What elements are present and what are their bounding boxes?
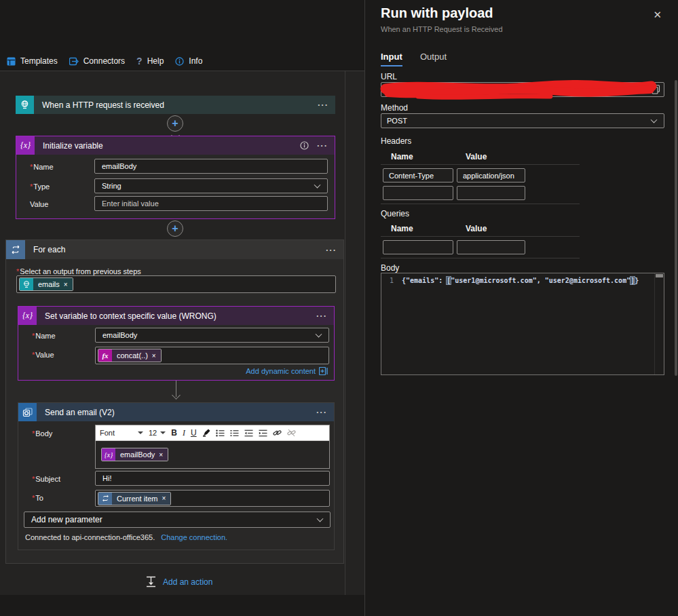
init-type-label: Type — [30, 182, 50, 191]
help-icon: ? — [136, 56, 143, 66]
rich-text-content[interactable]: {x} emailBody × — [96, 441, 329, 468]
templates-button[interactable]: Templates — [7, 56, 58, 66]
header-value-input[interactable]: application/json — [457, 168, 525, 182]
numbered-list-icon[interactable] — [230, 429, 239, 437]
remove-token-icon[interactable]: × — [162, 495, 166, 502]
initialize-variable-card[interactable]: {x} Initialize variable ··· Name emailBo… — [16, 136, 335, 219]
variable-icon: {x} — [18, 307, 37, 325]
connectors-label: Connectors — [83, 56, 125, 66]
query-name-input[interactable] — [383, 240, 453, 254]
info-button[interactable]: Info — [175, 56, 202, 66]
email-to-input[interactable]: Current item × — [95, 490, 330, 507]
header-name-input[interactable]: Content-Type — [383, 168, 453, 182]
trigger-card-http-request[interactable]: When a HTTP request is received ··· — [16, 96, 335, 114]
current-item-token[interactable]: Current item × — [98, 492, 171, 505]
panel-scrollbar[interactable] — [675, 80, 677, 376]
divider — [381, 236, 580, 237]
divider — [381, 204, 580, 204]
http-request-icon — [16, 96, 34, 114]
setvar-name-dropdown[interactable]: emailBody — [95, 328, 329, 343]
init-type-dropdown[interactable]: String — [94, 178, 328, 193]
flow-arrow-connector — [172, 381, 179, 398]
foreach-menu-button[interactable]: ··· — [326, 245, 343, 255]
editor-scroll-indicator — [656, 274, 663, 277]
headers-label: Headers — [381, 136, 411, 146]
init-name-label: Name — [30, 163, 54, 171]
info-icon — [175, 57, 184, 66]
bullet-list-icon[interactable] — [216, 429, 225, 437]
method-dropdown[interactable]: POST — [381, 113, 664, 128]
body-code-editor[interactable]: 1 {"emails": ["user1@microsoft.com", "us… — [381, 273, 664, 375]
set-variable-menu-button[interactable]: ··· — [316, 311, 334, 321]
header-value-input[interactable] — [457, 186, 525, 200]
foreach-output-input[interactable]: emails × — [16, 275, 336, 293]
link-icon[interactable] — [273, 429, 282, 437]
rich-text-editor[interactable]: Font 12 B I U — [95, 425, 330, 469]
insert-step-plus-icon[interactable]: + — [167, 115, 183, 132]
trigger-menu-button[interactable]: ··· — [318, 100, 335, 110]
emails-token[interactable]: emails × — [19, 277, 73, 291]
add-new-parameter-dropdown[interactable]: Add new parameter — [24, 512, 331, 528]
close-icon[interactable]: ✕ — [653, 9, 662, 21]
info-label: Info — [189, 56, 202, 66]
help-button[interactable]: ? Help — [136, 56, 164, 66]
send-email-card[interactable]: Send an email (V2) ··· Body Font 12 B I … — [18, 402, 335, 550]
tab-input[interactable]: Input — [381, 52, 402, 66]
insert-step-plus-icon[interactable]: + — [167, 220, 183, 237]
panel-subtitle: When an HTTP Request is Received — [381, 25, 503, 33]
email-to-label: To — [32, 494, 43, 502]
outdent-icon[interactable] — [244, 429, 253, 437]
url-label: URL — [381, 72, 397, 81]
email-subject-label: Subject — [32, 475, 60, 483]
http-request-icon — [20, 277, 33, 291]
font-size-dropdown[interactable]: 12 — [149, 429, 166, 437]
queries-label: Queries — [381, 209, 409, 218]
add-action-button[interactable]: Add an action — [145, 575, 212, 588]
remove-token-icon[interactable]: × — [152, 352, 156, 360]
concat-expression-token[interactable]: fx concat(..) × — [98, 349, 162, 362]
divider — [381, 164, 580, 165]
connectors-button[interactable]: Connectors — [69, 56, 125, 66]
change-connection-link[interactable]: Change connection. — [161, 533, 227, 541]
init-value-input[interactable]: Enter initial value — [94, 196, 328, 211]
emailbody-token[interactable]: {x} emailBody × — [101, 448, 168, 461]
queries-value-column: Value — [466, 224, 487, 233]
add-dynamic-content-icon — [319, 367, 328, 375]
indent-icon[interactable] — [259, 429, 267, 437]
font-family-dropdown[interactable]: Font — [100, 429, 143, 437]
set-variable-card[interactable]: {x} Set variable to context specific val… — [18, 306, 335, 381]
email-subject-input[interactable]: Hi! — [95, 471, 330, 486]
url-input[interactable] — [381, 82, 664, 97]
body-label: Body — [381, 263, 399, 273]
remove-token-icon[interactable]: × — [159, 451, 163, 459]
power-automate-designer: { "toolbar": { "templates": "Templates",… — [0, 0, 678, 616]
foreach-loop-icon — [98, 492, 112, 505]
foreach-title: For each — [25, 245, 326, 254]
help-label: Help — [147, 56, 164, 66]
add-dynamic-content-link[interactable]: Add dynamic content — [246, 367, 328, 375]
copy-icon[interactable] — [652, 85, 660, 94]
header-name-input[interactable] — [383, 186, 453, 200]
remove-token-icon[interactable]: × — [64, 281, 68, 288]
send-email-menu-button[interactable]: ··· — [316, 407, 334, 417]
italic-button[interactable]: I — [183, 428, 185, 438]
card-info-icon[interactable] — [300, 141, 309, 150]
insert-step-connector[interactable]: + — [166, 115, 184, 138]
setvar-value-input[interactable]: fx concat(..) × — [95, 347, 329, 364]
line-number: 1 — [381, 277, 402, 284]
variable-icon: {x} — [16, 136, 35, 155]
tab-output[interactable]: Output — [420, 52, 447, 65]
highlight-pen-icon[interactable] — [202, 429, 210, 437]
queries-name-column: Name — [391, 224, 413, 233]
method-label: Method — [381, 103, 408, 113]
query-value-input[interactable] — [457, 240, 525, 254]
trigger-card-title: When a HTTP request is received — [34, 100, 318, 110]
variable-icon: {x} — [102, 448, 115, 461]
chevron-down-icon — [651, 117, 658, 123]
underline-button[interactable]: U — [191, 428, 197, 438]
bold-button[interactable]: B — [171, 428, 177, 438]
foreach-header[interactable]: For each ··· — [6, 240, 343, 259]
unlink-icon[interactable] — [287, 429, 296, 437]
initialize-variable-menu-button[interactable]: ··· — [317, 140, 335, 151]
init-name-input[interactable]: emailBody — [94, 159, 328, 174]
